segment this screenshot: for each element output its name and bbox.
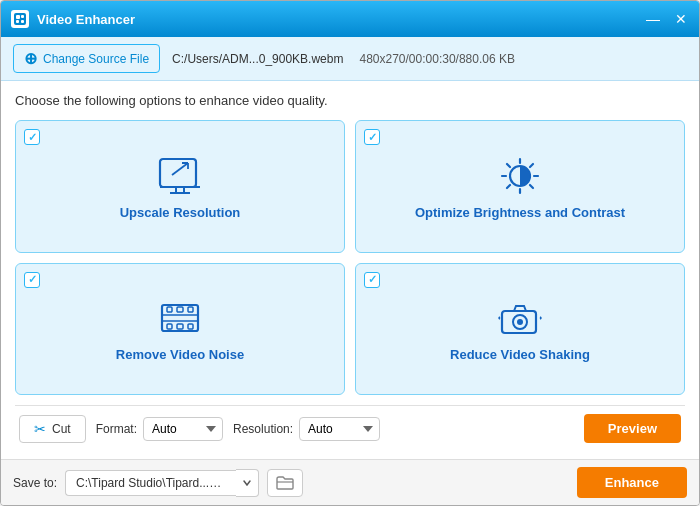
option-noise[interactable]: Remove Video Noise	[15, 263, 345, 396]
sourcebar: ⊕ Change Source File C:/Users/ADM...0_90…	[1, 37, 699, 81]
upscale-label: Upscale Resolution	[120, 205, 241, 220]
checkbox-shaking[interactable]	[364, 272, 380, 288]
saveto-field-group	[65, 469, 259, 497]
format-select[interactable]: Auto MP4 AVI MKV MOV	[143, 417, 223, 441]
main-window: Video Enhancer — ✕ ⊕ Change Source File …	[0, 0, 700, 506]
format-group: Format: Auto MP4 AVI MKV MOV	[96, 417, 223, 441]
checkbox-brightness[interactable]	[364, 129, 380, 145]
checkbox-upscale[interactable]	[24, 129, 40, 145]
svg-rect-2	[21, 15, 24, 18]
svg-rect-23	[167, 307, 172, 312]
svg-rect-27	[177, 324, 183, 329]
prompt-text: Choose the following options to enhance …	[15, 93, 685, 108]
noise-icon	[154, 297, 206, 339]
titlebar-controls: — ✕	[645, 11, 689, 27]
svg-point-33	[517, 319, 523, 325]
svg-rect-24	[177, 307, 183, 312]
app-icon	[11, 10, 29, 28]
saveto-dropdown-button[interactable]	[236, 469, 259, 497]
svg-rect-28	[188, 324, 193, 329]
saveto-label: Save to:	[13, 476, 57, 490]
format-label: Format:	[96, 422, 137, 436]
change-source-label: Change Source File	[43, 52, 149, 66]
source-file-path: C:/Users/ADM...0_900KB.webm	[172, 52, 343, 66]
svg-rect-26	[167, 324, 172, 329]
cut-label: Cut	[52, 422, 71, 436]
svg-rect-5	[160, 159, 196, 187]
svg-line-18	[530, 185, 533, 188]
svg-line-19	[530, 164, 533, 167]
option-upscale[interactable]: Upscale Resolution	[15, 120, 345, 253]
minimize-button[interactable]: —	[645, 11, 661, 27]
resolution-group: Resolution: Auto 480x270 720p 1080p 4K	[233, 417, 380, 441]
svg-line-20	[507, 185, 510, 188]
cut-icon: ✂	[34, 421, 46, 437]
svg-rect-4	[21, 20, 24, 23]
brightness-icon	[494, 155, 546, 197]
source-file-info: 480x270/00:00:30/880.06 KB	[359, 52, 514, 66]
resolution-select[interactable]: Auto 480x270 720p 1080p 4K	[299, 417, 380, 441]
folder-button[interactable]	[267, 469, 303, 497]
svg-rect-1	[16, 15, 20, 19]
checkbox-noise[interactable]	[24, 272, 40, 288]
resolution-label: Resolution:	[233, 422, 293, 436]
saveto-path-input[interactable]	[65, 470, 236, 496]
shaking-icon	[494, 297, 546, 339]
noise-label: Remove Video Noise	[116, 347, 244, 362]
brightness-label: Optimize Brightness and Contrast	[415, 205, 625, 220]
titlebar: Video Enhancer — ✕	[1, 1, 699, 37]
option-shaking[interactable]: Reduce Video Shaking	[355, 263, 685, 396]
preview-button[interactable]: Preview	[584, 414, 681, 443]
titlebar-title: Video Enhancer	[37, 12, 135, 27]
enhance-button[interactable]: Enhance	[577, 467, 687, 498]
options-grid: Upscale Resolution	[15, 120, 685, 395]
main-content: Choose the following options to enhance …	[1, 81, 699, 459]
svg-rect-3	[16, 20, 19, 23]
svg-line-17	[507, 164, 510, 167]
upscale-icon	[154, 155, 206, 197]
svg-rect-25	[188, 307, 193, 312]
shaking-label: Reduce Video Shaking	[450, 347, 590, 362]
plus-icon: ⊕	[24, 49, 37, 68]
svg-line-10	[172, 163, 188, 175]
toolbar: ✂ Cut Format: Auto MP4 AVI MKV MOV Resol…	[15, 405, 685, 447]
cut-button[interactable]: ✂ Cut	[19, 415, 86, 443]
titlebar-left: Video Enhancer	[11, 10, 135, 28]
option-brightness[interactable]: Optimize Brightness and Contrast	[355, 120, 685, 253]
svg-rect-0	[14, 13, 26, 25]
close-button[interactable]: ✕	[673, 11, 689, 27]
bottombar: Save to: Enhance	[1, 459, 699, 505]
change-source-button[interactable]: ⊕ Change Source File	[13, 44, 160, 73]
